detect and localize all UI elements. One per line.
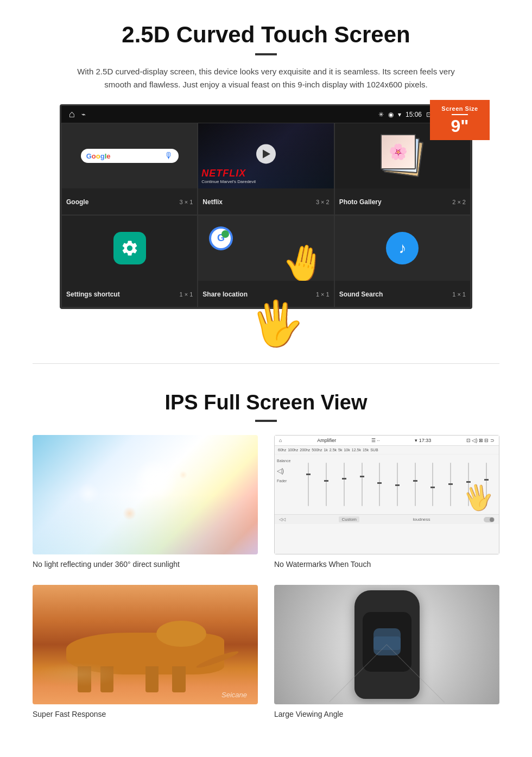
netflix-app-name: Netflix xyxy=(202,198,223,206)
badge-top-label: Screen Size xyxy=(438,105,482,112)
amp-slider-6 xyxy=(397,463,398,506)
google-cell-inner: Google 🎙 xyxy=(62,123,197,188)
feature-card-sunlight: No light reflecting under 360° direct su… xyxy=(33,435,258,569)
status-time: 15:06 xyxy=(406,111,422,118)
amp-slider-8 xyxy=(432,463,433,506)
app-cell-sharelocation[interactable]: G 🤚 Share location 1 × 1 xyxy=(198,215,334,307)
watermark-label: No Watermarks When Touch xyxy=(274,560,499,569)
netflix-cell-inner: NETFLIX Continue Marvel's Daredevil xyxy=(198,123,333,188)
status-bar-left: ⌂ ⌁ xyxy=(69,109,86,120)
amp-home-icon: ⌂ xyxy=(279,438,282,443)
car-roof xyxy=(363,612,411,672)
amp-footer: ◁◁ Custom loudness xyxy=(275,514,499,524)
amp-freq-labels: 60hz100hz200hz500hz1k2.5k5k10k12.5k15kSU… xyxy=(275,446,499,455)
app-cell-netflix[interactable]: NETFLIX Continue Marvel's Daredevil Netf… xyxy=(198,123,334,215)
slider-thumb-4 xyxy=(360,476,364,477)
amp-back-btn[interactable]: ◁◁ xyxy=(279,517,286,522)
gear-icon xyxy=(121,239,139,257)
viewing-label: Large Viewing Angle xyxy=(274,710,499,718)
section2-title: IPS Full Screen View xyxy=(33,391,499,414)
light-bokeh-3 xyxy=(179,471,187,479)
netflix-label-row: Netflix 3 × 2 xyxy=(198,188,333,215)
shareloc-cell-inner: G 🤚 xyxy=(198,216,333,281)
amp-slider-5 xyxy=(379,463,380,506)
settings-label-row: Settings shortcut 1 × 1 xyxy=(62,281,197,307)
photogallery-label-row: Photo Gallery 2 × 2 xyxy=(335,188,470,215)
google-logo: Google xyxy=(86,152,111,160)
photo-stack: 🌸 xyxy=(381,134,424,178)
hand-pointing-icon: 🤚 xyxy=(278,239,329,281)
amp-menu-icon: ☰ ·· xyxy=(371,438,380,443)
app-cell-soundsearch[interactable]: ♪ Sound Search 1 × 1 xyxy=(334,215,471,307)
screen-size-badge: Screen Size 9" xyxy=(430,100,490,140)
cheetah-image-container: Seicane xyxy=(33,585,258,704)
amp-loudness-label: loudness xyxy=(413,517,430,522)
soundsearch-app-size: 1 × 1 xyxy=(452,291,466,298)
sky-overlay xyxy=(33,495,258,554)
feature-card-watermark: ⌂ Amplifier ☰ ·· ▾ 17:33 ⊡ ◁) ⊠ ⊟ ⊃ 60hz… xyxy=(274,435,499,569)
section2-underline xyxy=(255,420,277,422)
feature-card-response: Seicane Super Fast Response xyxy=(33,585,258,718)
amp-title: Amplifier xyxy=(317,438,336,443)
photo-layer-3: 🌸 xyxy=(381,134,416,169)
photogallery-app-name: Photo Gallery xyxy=(339,198,382,206)
google-app-name: Google xyxy=(66,198,88,206)
sky-background xyxy=(33,435,258,554)
sunlight-label: No light reflecting under 360° direct su… xyxy=(33,560,258,569)
google-search-bar[interactable]: Google 🎙 xyxy=(81,149,179,163)
home-icon[interactable]: ⌂ xyxy=(69,109,75,120)
amp-icons-right: ⊡ ◁) ⊠ ⊟ ⊃ xyxy=(466,438,495,443)
light-bokeh-1 xyxy=(78,483,99,504)
amp-slider-7 xyxy=(415,463,416,506)
app-grid: Google 🎙 Google 3 × 1 xyxy=(61,123,471,307)
flower-emoji: 🌸 xyxy=(389,143,408,161)
photogallery-app-size: 2 × 2 xyxy=(452,199,466,205)
music-note-icon: ♪ xyxy=(386,232,419,264)
shareloc-app-size: 1 × 1 xyxy=(316,291,330,298)
section1-description: With 2.5D curved-display screen, this de… xyxy=(76,65,456,91)
settings-cell-inner xyxy=(62,216,197,281)
soundsearch-app-name: Sound Search xyxy=(339,291,383,298)
soundsearch-cell-inner: ♪ xyxy=(335,216,470,281)
car-topview-container xyxy=(274,585,499,704)
badge-divider xyxy=(452,114,468,115)
settings-app-name: Settings shortcut xyxy=(66,291,120,298)
amp-body: Balance ◁) Fader xyxy=(275,455,499,514)
play-button[interactable] xyxy=(256,144,276,163)
light-bokeh-2 xyxy=(123,507,136,520)
loudness-toggle[interactable] xyxy=(484,517,495,522)
device-screen: ⌂ ⌁ ✳ ◉ ▾ 15:06 ⊡ ◁) ⊠ ▭ xyxy=(60,104,472,309)
section-ips: IPS Full Screen View No light reflecting… xyxy=(0,380,532,751)
amp-slider-2 xyxy=(326,463,327,506)
extended-hand-area: 🖐 xyxy=(60,309,472,336)
settings-icon-bg xyxy=(113,232,146,264)
amplifier-screen: ⌂ Amplifier ☰ ·· ▾ 17:33 ⊡ ◁) ⊠ ⊟ ⊃ 60hz… xyxy=(274,435,499,554)
slider-thumb-2 xyxy=(324,480,328,482)
app-cell-settings[interactable]: Settings shortcut 1 × 1 xyxy=(61,215,198,307)
section1-title: 2.5D Curved Touch Screen xyxy=(33,22,499,48)
netflix-subtitle: Continue Marvel's Daredevil xyxy=(201,179,256,184)
app-cell-google[interactable]: Google 🎙 Google 3 × 1 xyxy=(61,123,198,215)
amp-custom-btn[interactable]: Custom xyxy=(339,516,359,522)
cheetah-leg4 xyxy=(172,666,186,692)
slider-thumb-9 xyxy=(448,483,453,485)
slider-thumb-3 xyxy=(342,478,346,480)
title-underline xyxy=(255,53,277,55)
google-app-size: 3 × 1 xyxy=(180,199,193,205)
dust-effect xyxy=(33,663,123,686)
large-hand-icon: 🖐 xyxy=(248,296,306,351)
view-angle-lines xyxy=(387,645,388,645)
amp-slider-9 xyxy=(450,463,451,506)
seicane-watermark-cheetah: Seicane xyxy=(221,691,247,699)
netflix-logo-text: NETFLIX xyxy=(201,168,256,179)
response-label: Super Fast Response xyxy=(33,710,258,718)
status-bar: ⌂ ⌁ ✳ ◉ ▾ 15:06 ⊡ ◁) ⊠ ▭ xyxy=(61,106,471,123)
google-mic-icon[interactable]: 🎙 xyxy=(164,151,173,161)
netflix-app-size: 3 × 2 xyxy=(316,199,330,205)
toggle-thumb xyxy=(490,518,494,522)
slider-thumb-1 xyxy=(306,474,311,475)
amp-slider-3 xyxy=(344,463,345,506)
slider-thumb-10 xyxy=(466,481,471,483)
feature-card-viewing: Large Viewing Angle xyxy=(274,585,499,718)
soundsearch-label-row: Sound Search 1 × 1 xyxy=(335,281,470,307)
